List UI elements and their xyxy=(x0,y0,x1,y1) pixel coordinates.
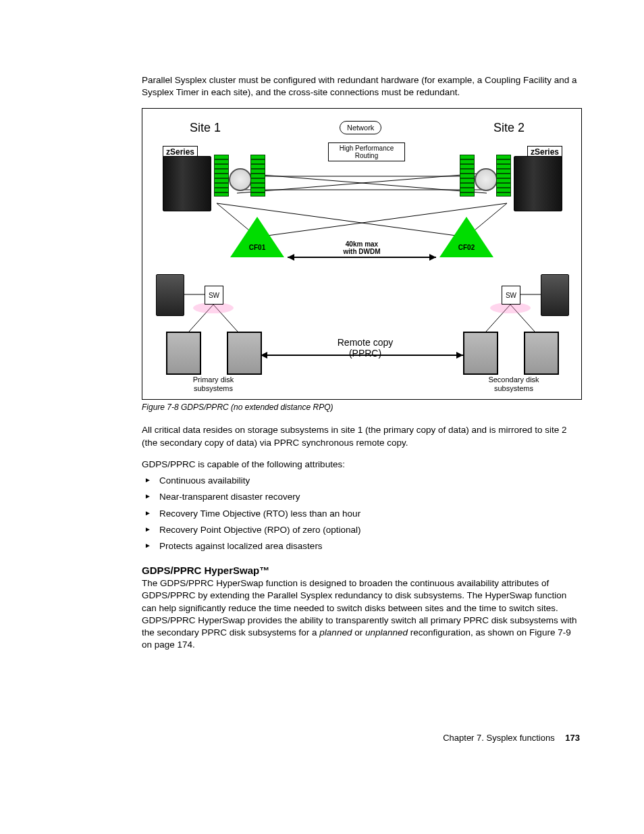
svg-line-1 xyxy=(237,173,487,193)
attributes-intro: GDPS/PPRC is capable of the following at… xyxy=(142,459,580,471)
hyperswap-mid: or xyxy=(352,627,365,637)
disk-right-1 xyxy=(463,332,498,375)
disk-left-2 xyxy=(227,332,262,375)
hyperswap-heading: GDPS/PPRC HyperSwap™ xyxy=(142,565,580,576)
storage-left xyxy=(156,274,184,316)
cf02-triangle: CF02 xyxy=(439,217,493,257)
clock-left xyxy=(229,168,252,191)
server-right xyxy=(514,156,562,211)
disk-left-1 xyxy=(166,332,201,375)
hpr-text: High Performance Routing xyxy=(340,145,394,159)
page-footer: Chapter 7. Sysplex functions 173 xyxy=(142,733,580,743)
list-item: Recovery Time Objective (RTO) less than … xyxy=(142,508,580,520)
distance-line2: with DWDM xyxy=(344,248,381,255)
primary-disk-line1: Primary disk xyxy=(193,375,234,384)
primary-disk-label: Primary disk subsystems xyxy=(183,375,244,392)
figure-7-8: Site 1 Site 2 Network zSeries zSeries Hi… xyxy=(142,108,582,400)
distance-line1: 40km max xyxy=(346,240,378,248)
label-site1: Site 1 xyxy=(190,121,221,135)
intro-paragraph: Parallel Sysplex cluster must be configu… xyxy=(142,74,580,99)
list-item: Recovery Point Objective (RPO) of zero (… xyxy=(142,524,580,536)
rack-left-2 xyxy=(250,155,265,197)
cf02-label: CF02 xyxy=(453,244,480,251)
server-left xyxy=(163,156,211,211)
rack-left-1 xyxy=(214,155,229,197)
switch-left: SW xyxy=(205,286,223,305)
network-cloud: Network xyxy=(340,121,381,134)
footer-page-number: 173 xyxy=(565,733,580,743)
label-site2: Site 2 xyxy=(493,121,525,135)
remote-copy-label: Remote copy (PPRC) xyxy=(328,337,402,359)
list-item: Protects against localized area disaster… xyxy=(142,540,580,552)
list-item: Near-transparent disaster recovery xyxy=(142,491,580,503)
hyperswap-unplanned: unplanned xyxy=(365,627,408,637)
hpr-box: High Performance Routing xyxy=(328,142,405,161)
footer-chapter: Chapter 7. Sysplex functions xyxy=(443,733,554,743)
svg-marker-19 xyxy=(456,352,463,359)
storage-right xyxy=(541,274,569,316)
hyperswap-body: The GDPS/PPRC HyperSwap function is desi… xyxy=(142,577,580,651)
cf01-triangle: CF01 xyxy=(230,217,284,257)
secondary-disk-line1: Secondary disk xyxy=(488,375,539,384)
attributes-list: Continuous availability Near-transparent… xyxy=(142,475,580,552)
secondary-disk-label: Secondary disk subsystems xyxy=(480,375,547,392)
rack-right-1 xyxy=(460,155,475,197)
switch-right: SW xyxy=(502,286,520,305)
para-after-figure: All critical data resides on storage sub… xyxy=(142,424,580,448)
svg-marker-16 xyxy=(429,254,436,261)
remote-copy-line1: Remote copy xyxy=(338,337,393,348)
primary-disk-line2: subsystems xyxy=(194,384,233,392)
distance-label: 40km max with DWDM xyxy=(335,240,389,255)
clock-right xyxy=(475,168,498,191)
svg-line-0 xyxy=(237,173,487,193)
disk-right-2 xyxy=(524,332,559,375)
secondary-disk-line2: subsystems xyxy=(494,384,533,392)
remote-copy-line2: (PPRC) xyxy=(349,348,381,359)
list-item: Continuous availability xyxy=(142,475,580,487)
hyperswap-planned: planned xyxy=(319,627,352,637)
cf01-label: CF01 xyxy=(244,244,271,251)
figure-caption: Figure 7-8 GDPS/PPRC (no extended distan… xyxy=(142,402,580,412)
rack-right-2 xyxy=(496,155,511,197)
svg-marker-15 xyxy=(288,254,294,261)
